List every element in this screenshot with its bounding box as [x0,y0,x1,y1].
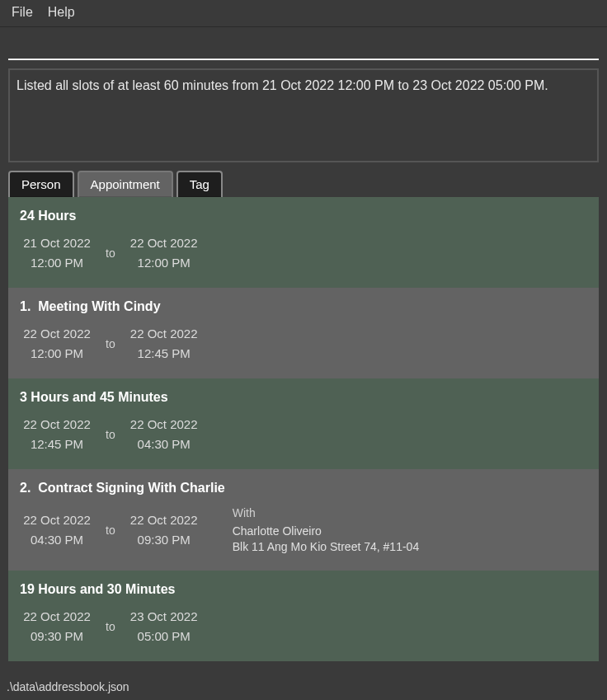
to-label: to [104,247,117,260]
list-item[interactable]: 19 Hours and 30 Minutes 22 Oct 2022 09:3… [8,571,599,661]
slot-timerange: 22 Oct 2022 12:45 PM to 22 Oct 2022 04:3… [20,415,587,454]
slot-end-time: 04:30 PM [127,435,201,454]
slot-title: 3 Hours and 45 Minutes [20,390,587,405]
tab-person[interactable]: Person [8,171,74,197]
slot-index: 1. [20,299,31,313]
status-bar: .\data\addressbook.json [0,675,607,700]
to-label: to [104,620,117,633]
list-item[interactable]: 1. Meeting With Cindy 22 Oct 2022 12:00 … [8,288,599,378]
contact-name: Charlotte Oliveiro [233,524,419,540]
to-label: to [104,428,117,441]
contact-block: With Charlotte Oliveiro Blk 11 Ang Mo Ki… [233,505,419,556]
slot-end-time: 12:45 PM [127,344,201,364]
command-input-area[interactable] [8,27,599,60]
slot-end-date: 22 Oct 2022 [127,415,201,435]
menubar: File Help [0,0,607,27]
to-label: to [104,524,117,537]
slot-end-time: 12:00 PM [127,253,201,273]
slot-end-time: 09:30 PM [127,530,201,550]
slot-start-date: 22 Oct 2022 [20,415,94,435]
slot-start-time: 12:00 PM [20,253,94,273]
slot-start-date: 22 Oct 2022 [20,324,94,344]
slot-timerange: 22 Oct 2022 09:30 PM to 23 Oct 2022 05:0… [20,607,587,646]
slot-end-date: 22 Oct 2022 [127,233,201,253]
to-label: to [104,337,117,350]
slot-timerange: 22 Oct 2022 12:00 PM to 22 Oct 2022 12:4… [20,324,587,364]
slot-name: Contract Signing With Charlie [38,481,225,495]
slot-title: 1. Meeting With Cindy [20,299,587,314]
slot-title: 19 Hours and 30 Minutes [20,582,587,597]
list-item[interactable]: 2. Contract Signing With Charlie 22 Oct … [8,469,599,571]
slot-name: Meeting With Cindy [38,299,160,313]
slot-index: 2. [20,481,31,495]
slot-start-date: 22 Oct 2022 [20,510,94,530]
slot-timerange: 22 Oct 2022 04:30 PM to 22 Oct 2022 09:3… [20,505,587,556]
slot-start-time: 12:45 PM [20,435,94,454]
contact-address: Blk 11 Ang Mo Kio Street 74, #11-04 [233,539,419,556]
slot-title: 24 Hours [20,209,587,223]
slot-start-date: 21 Oct 2022 [20,233,94,253]
result-message: Listed all slots of at least 60 minutes … [16,78,548,92]
slot-timerange: 21 Oct 2022 12:00 PM to 22 Oct 2022 12:0… [20,233,587,273]
tab-appointment[interactable]: Appointment [78,171,173,197]
tab-bar: Person Appointment Tag [8,171,599,197]
slot-title: 2. Contract Signing With Charlie [20,481,587,496]
list-item[interactable]: 3 Hours and 45 Minutes 22 Oct 2022 12:45… [8,378,599,469]
slot-start-date: 22 Oct 2022 [20,607,94,627]
tab-tag[interactable]: Tag [176,171,223,197]
list-item[interactable]: 24 Hours 21 Oct 2022 12:00 PM to 22 Oct … [8,197,599,288]
slot-end-date: 22 Oct 2022 [127,324,201,344]
menu-file[interactable]: File [12,5,33,20]
slot-start-time: 12:00 PM [20,344,94,364]
status-filepath: .\data\addressbook.json [7,680,129,693]
slot-end-date: 22 Oct 2022 [127,510,201,530]
menu-help[interactable]: Help [48,5,75,20]
slot-list: 24 Hours 21 Oct 2022 12:00 PM to 22 Oct … [8,197,599,661]
slot-start-time: 04:30 PM [20,530,94,550]
slot-start-time: 09:30 PM [20,627,94,646]
slot-end-date: 23 Oct 2022 [127,607,201,627]
slot-end-time: 05:00 PM [127,627,201,646]
with-label: With [233,505,419,522]
result-display: Listed all slots of at least 60 minutes … [8,68,599,162]
